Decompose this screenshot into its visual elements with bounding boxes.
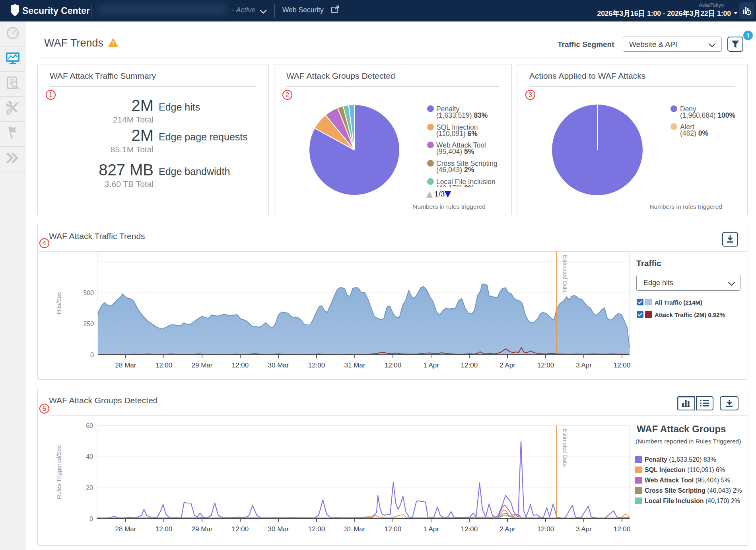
svg-text:40: 40 [86, 453, 93, 460]
svg-text:Hits/Sec: Hits/Sec [55, 292, 62, 314]
svg-text:12:00: 12:00 [461, 525, 478, 533]
svg-text:12:00: 12:00 [385, 525, 402, 533]
svg-text:12:00: 12:00 [155, 361, 173, 369]
svg-text:2 Apr: 2 Apr [499, 525, 515, 533]
svg-text:31 Mar: 31 Mar [344, 525, 365, 533]
svg-text:30 Mar: 30 Mar [268, 361, 289, 369]
svg-text:0: 0 [89, 515, 93, 522]
svg-text:12:00: 12:00 [537, 525, 554, 533]
svg-text:3 Apr: 3 Apr [576, 525, 592, 533]
svg-text:Rules Triggered/Sec: Rules Triggered/Sec [55, 445, 62, 499]
svg-text:12:00: 12:00 [308, 361, 325, 369]
svg-text:12:00: 12:00 [614, 361, 631, 369]
svg-text:1 Apr: 1 Apr [423, 361, 439, 369]
svg-text:30 Mar: 30 Mar [268, 525, 289, 533]
svg-text:250: 250 [83, 321, 94, 327]
svg-text:29 Mar: 29 Mar [192, 361, 213, 369]
svg-text:Estimated Data: Estimated Data [562, 429, 568, 467]
svg-text:12:00: 12:00 [232, 361, 249, 369]
svg-text:60: 60 [86, 422, 93, 429]
svg-text:20: 20 [86, 484, 93, 491]
svg-text:12:00: 12:00 [155, 525, 173, 533]
svg-text:31 Mar: 31 Mar [344, 361, 365, 369]
svg-text:1 Apr: 1 Apr [423, 525, 439, 533]
svg-text:12:00: 12:00 [232, 525, 249, 533]
svg-text:12:00: 12:00 [614, 525, 631, 533]
svg-text:12:00: 12:00 [308, 525, 325, 533]
svg-text:29 Mar: 29 Mar [192, 525, 213, 533]
svg-text:Estimated Data: Estimated Data [562, 255, 568, 293]
svg-text:12:00: 12:00 [385, 361, 402, 369]
svg-text:12:00: 12:00 [537, 361, 554, 369]
svg-text:500: 500 [83, 290, 94, 296]
svg-text:28 Mar: 28 Mar [115, 361, 136, 369]
svg-text:3 Apr: 3 Apr [576, 361, 592, 369]
svg-text:12:00: 12:00 [461, 361, 478, 369]
svg-text:28 Mar: 28 Mar [115, 525, 136, 533]
svg-text:0: 0 [90, 352, 94, 358]
svg-text:2 Apr: 2 Apr [499, 361, 515, 369]
